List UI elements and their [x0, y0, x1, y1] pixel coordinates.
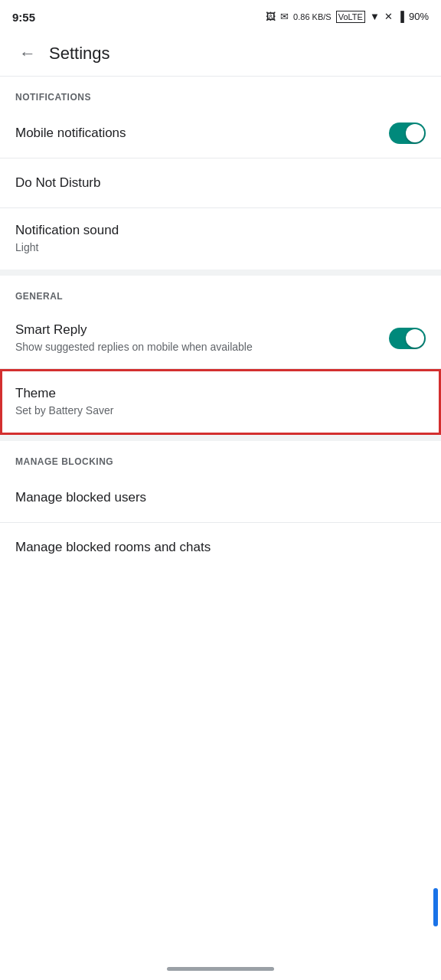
signal-icon: ✕: [384, 11, 393, 22]
status-icons: 🖼 ✉ 0.86 KB/S VoLTE ▼ ✕ ▐ 90%: [266, 11, 429, 23]
image-icon: 🖼: [266, 11, 276, 22]
manage-blocking-section-header: MANAGE BLOCKING: [0, 441, 441, 473]
section-divider-1: [0, 270, 441, 276]
scroll-indicator: [433, 888, 438, 926]
theme-title: Theme: [15, 385, 426, 402]
smart-reply-toggle-thumb: [406, 329, 424, 348]
notifications-section-header: NOTIFICATIONS: [0, 77, 441, 109]
manage-blocked-rooms-title: Manage blocked rooms and chats: [15, 539, 426, 556]
back-arrow-icon: ←: [19, 44, 36, 64]
mobile-notifications-toggle[interactable]: [389, 122, 426, 144]
notifications-section: NOTIFICATIONS Mobile notifications Do No…: [0, 77, 441, 270]
battery-icon: ▐: [397, 11, 404, 22]
battery-percent: 90%: [409, 11, 429, 22]
wifi-icon: ▼: [370, 11, 380, 22]
smart-reply-item[interactable]: Smart Reply Show suggested replies on mo…: [0, 308, 441, 369]
mobile-notifications-title: Mobile notifications: [15, 125, 389, 142]
general-section-header: GENERAL: [0, 276, 441, 308]
manage-blocked-rooms-item[interactable]: Manage blocked rooms and chats: [0, 523, 441, 572]
top-bar: ← Settings: [0, 31, 441, 77]
theme-item[interactable]: Theme Set by Battery Saver: [0, 369, 441, 435]
smart-reply-title: Smart Reply: [15, 322, 389, 338]
status-time: 9:55: [12, 11, 35, 24]
do-not-disturb-item[interactable]: Do Not Disturb: [0, 158, 441, 207]
mobile-notifications-toggle-thumb: [406, 124, 424, 142]
home-indicator: [167, 967, 274, 971]
do-not-disturb-text: Do Not Disturb: [15, 175, 426, 191]
smart-reply-toggle[interactable]: [389, 328, 426, 349]
section-divider-2: [0, 435, 441, 441]
smart-reply-subtitle: Show suggested replies on mobile when av…: [15, 340, 389, 355]
notification-sound-text: Notification sound Light: [15, 222, 426, 256]
manage-blocking-section: MANAGE BLOCKING Manage blocked users Man…: [0, 441, 441, 572]
manage-blocked-users-text: Manage blocked users: [15, 489, 426, 506]
do-not-disturb-title: Do Not Disturb: [15, 175, 426, 191]
status-bar: 9:55 🖼 ✉ 0.86 KB/S VoLTE ▼ ✕ ▐ 90%: [0, 0, 441, 31]
smart-reply-text: Smart Reply Show suggested replies on mo…: [15, 322, 389, 355]
manage-blocked-rooms-text: Manage blocked rooms and chats: [15, 539, 426, 556]
volte-icon: VoLTE: [336, 11, 365, 23]
theme-text: Theme Set by Battery Saver: [15, 385, 426, 419]
bottom-bar: [0, 934, 441, 980]
notification-sound-item[interactable]: Notification sound Light: [0, 208, 441, 270]
notification-sound-title: Notification sound: [15, 222, 426, 239]
data-speed: 0.86 KB/S: [293, 12, 332, 21]
manage-blocked-users-title: Manage blocked users: [15, 489, 426, 506]
mobile-notifications-item[interactable]: Mobile notifications: [0, 109, 441, 158]
back-button[interactable]: ←: [12, 38, 43, 69]
mail-icon: ✉: [280, 11, 289, 22]
page-title: Settings: [49, 44, 110, 64]
manage-blocked-users-item[interactable]: Manage blocked users: [0, 473, 441, 522]
theme-subtitle: Set by Battery Saver: [15, 403, 426, 419]
general-section: GENERAL Smart Reply Show suggested repli…: [0, 276, 441, 435]
notification-sound-subtitle: Light: [15, 240, 426, 256]
mobile-notifications-text: Mobile notifications: [15, 125, 389, 142]
